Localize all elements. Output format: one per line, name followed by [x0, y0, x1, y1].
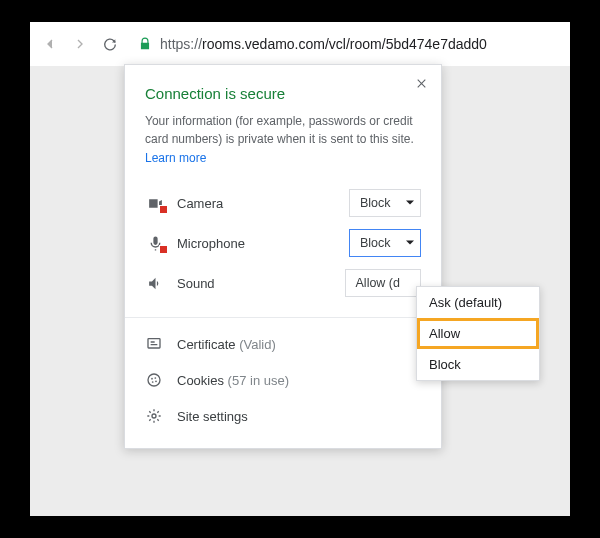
menu-item-allow[interactable]: Allow [417, 318, 539, 349]
chevron-down-icon [406, 239, 414, 247]
permission-dropdown-menu: Ask (default) Allow Block [416, 286, 540, 381]
svg-point-1 [148, 374, 160, 386]
svg-rect-0 [148, 339, 160, 348]
camera-icon [145, 193, 165, 213]
permission-row-microphone: Microphone Block [145, 223, 421, 263]
svg-point-5 [155, 380, 157, 382]
menu-item-block[interactable]: Block [417, 349, 539, 380]
close-button[interactable] [411, 73, 431, 93]
reload-button[interactable] [102, 36, 118, 52]
svg-point-4 [152, 381, 154, 383]
lock-icon[interactable] [138, 37, 152, 51]
blocked-badge-icon [159, 245, 168, 254]
browser-window: https://rooms.vedamo.com/vcl/room/5bd474… [30, 22, 570, 516]
browser-toolbar: https://rooms.vedamo.com/vcl/room/5bd474… [30, 22, 570, 66]
certificate-status: (Valid) [239, 337, 276, 352]
site-info-popover: Connection is secure Your information (f… [124, 64, 442, 449]
blocked-badge-icon [159, 205, 168, 214]
camera-label: Camera [177, 196, 337, 211]
certificate-row[interactable]: Certificate (Valid) [145, 326, 421, 362]
svg-point-6 [152, 414, 156, 418]
learn-more-link[interactable]: Learn more [145, 151, 206, 165]
sound-label: Sound [177, 276, 333, 291]
microphone-label: Microphone [177, 236, 337, 251]
gear-icon [145, 408, 163, 424]
cookie-icon [145, 372, 163, 388]
popover-description: Your information (for example, passwords… [145, 112, 421, 148]
site-settings-label: Site settings [177, 409, 248, 424]
sound-icon [145, 273, 165, 293]
microphone-select[interactable]: Block [349, 229, 421, 257]
svg-point-3 [154, 377, 156, 379]
forward-button[interactable] [72, 36, 88, 52]
permission-row-camera: Camera Block [145, 183, 421, 223]
cookies-row[interactable]: Cookies (57 in use) [145, 362, 421, 398]
address-bar[interactable]: https://rooms.vedamo.com/vcl/room/5bd474… [132, 36, 558, 52]
certificate-icon [145, 336, 163, 352]
certificate-label: Certificate [177, 337, 236, 352]
svg-point-2 [151, 378, 153, 380]
divider [125, 317, 441, 318]
popover-title: Connection is secure [145, 85, 421, 102]
cookies-status: (57 in use) [228, 373, 289, 388]
menu-item-ask[interactable]: Ask (default) [417, 287, 539, 318]
url-text: https://rooms.vedamo.com/vcl/room/5bd474… [160, 36, 487, 52]
permission-row-sound: Sound Allow (d [145, 263, 421, 303]
back-button[interactable] [42, 36, 58, 52]
site-settings-row[interactable]: Site settings [145, 398, 421, 434]
page-content-area: Connection is secure Your information (f… [30, 66, 570, 516]
microphone-icon [145, 233, 165, 253]
chevron-down-icon [406, 199, 414, 207]
cookies-label: Cookies [177, 373, 224, 388]
camera-select[interactable]: Block [349, 189, 421, 217]
sound-select[interactable]: Allow (d [345, 269, 421, 297]
